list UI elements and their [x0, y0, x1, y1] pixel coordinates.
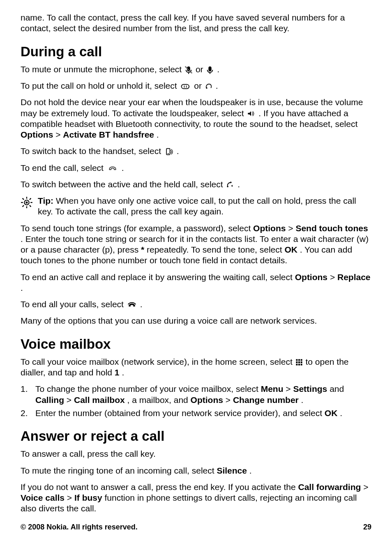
end-all-calls-icon [126, 300, 138, 309]
text: . [340, 408, 342, 418]
network-services-note: Many of the options that you can use dur… [21, 315, 371, 326]
tip-block: Tip: When you have only one active voice… [21, 196, 371, 217]
page-footer: © 2008 Nokia. All rights reserved. 29 [21, 522, 371, 532]
settings-label: Settings [293, 384, 327, 393]
text: To mute or unmute the microphone, select [21, 64, 184, 74]
sep: > [363, 482, 368, 492]
star-key: * [141, 245, 144, 254]
replace-label: Replace [337, 272, 371, 282]
sep: > [226, 395, 233, 405]
list-number: 1. [21, 384, 35, 405]
text: To end all your calls, select [21, 299, 126, 309]
text: . [122, 163, 124, 173]
handset-icon [164, 147, 174, 156]
text: To call your voice mailbox (network serv… [21, 357, 295, 366]
options-label: Options [295, 272, 327, 282]
options-label: Options [191, 395, 223, 405]
heading-answer-reject: Answer or reject a call [21, 428, 371, 444]
text: . [217, 64, 219, 74]
reject-paragraph: If you do not want to answer a call, pre… [21, 482, 371, 514]
call-forwarding-label: Call forwarding [298, 482, 361, 492]
switch-call-paragraph: To switch between the active and the hel… [21, 179, 371, 190]
sep: > [330, 272, 337, 282]
heading-during-a-call: During a call [21, 43, 371, 60]
dialer-icon [295, 358, 303, 366]
list-item: 2. Enter the number (obtained from your … [21, 408, 371, 419]
swap-call-icon [225, 180, 235, 189]
text: To end an active call and replace it by … [21, 272, 295, 282]
page-number: 29 [363, 522, 371, 532]
hold-paragraph: To put the call on hold or unhold it, se… [21, 81, 371, 91]
activate-bt-label: Activate BT handsfree [63, 130, 154, 139]
text: To change the phone number of your voice… [35, 384, 261, 393]
send-touch-tones-label: Send touch tones [295, 223, 368, 233]
ok-label: OK [284, 245, 297, 254]
unhold-icon [204, 82, 213, 91]
text: or [196, 64, 206, 74]
tip-icon [21, 196, 33, 209]
end-call-paragraph: To end the call, select . [21, 163, 371, 173]
replace-call-paragraph: To end an active call and replace it by … [21, 272, 371, 294]
silence-label: Silence [217, 466, 247, 475]
silence-paragraph: To mute the ringing tone of an incoming … [21, 465, 371, 476]
text: . [177, 146, 179, 156]
sep: > [67, 395, 74, 405]
hold-icon [179, 82, 191, 91]
voice-calls-label: Voice calls [21, 493, 65, 502]
text: To switch back to the handset, select [21, 146, 164, 156]
mute-paragraph: To mute or unmute the microphone, select… [21, 64, 371, 75]
text: or [194, 81, 204, 90]
unmute-icon [205, 65, 214, 74]
text: . [157, 130, 159, 139]
text: . [301, 395, 304, 405]
mute-icon [184, 65, 193, 74]
options-label: Options [253, 223, 286, 233]
end-all-paragraph: To end all your calls, select . [21, 299, 371, 310]
list-number: 2. [21, 408, 35, 419]
intro-paragraph: name. To call the contact, press the cal… [21, 12, 371, 34]
text: To send touch tone strings (for example,… [21, 223, 253, 233]
call-mailbox-label: Call mailbox [74, 395, 125, 405]
sep: > [67, 493, 74, 502]
change-number-label: Change number [233, 395, 299, 405]
copyright-text: © 2008 Nokia. All rights reserved. [21, 522, 138, 532]
text: . [140, 299, 143, 309]
ok-label: OK [325, 408, 338, 418]
text: To put the call on hold or unhold it, se… [21, 81, 179, 90]
options-label: Options [21, 130, 53, 139]
text: If you do not want to answer a call, pre… [21, 482, 298, 492]
text: To end the call, select [21, 163, 106, 173]
text: To mute the ringing tone of an incoming … [21, 466, 217, 475]
calling-label: Calling [35, 395, 64, 405]
text: . [21, 283, 23, 292]
menu-label: Menu [261, 384, 284, 393]
sep: > [288, 223, 295, 233]
heading-voice-mailbox: Voice mailbox [21, 336, 371, 352]
list-item: 1. To change the phone number of your vo… [21, 384, 371, 405]
handset-paragraph: To switch back to the handset, select . [21, 146, 371, 156]
sep: > [55, 130, 63, 139]
voicemail-intro: To call your voice mailbox (network serv… [21, 357, 371, 378]
tip-label: Tip: [38, 196, 53, 205]
text: To switch between the active and the hel… [21, 179, 225, 189]
tip-body: When you have only one active voice call… [38, 196, 356, 216]
sep: > [286, 384, 293, 393]
loudspeaker-paragraph: Do not hold the device near your ear whe… [21, 97, 371, 140]
text: . [238, 179, 240, 189]
key-1: 1 [115, 368, 120, 377]
end-call-icon [106, 164, 119, 173]
touch-tones-paragraph: To send touch tone strings (for example,… [21, 223, 371, 266]
answer-paragraph: To answer a call, press the call key. [21, 449, 371, 459]
text: . [216, 81, 218, 90]
text: repeatedly. To send the tone, select [147, 245, 284, 254]
text: . [249, 466, 252, 475]
text: and [330, 384, 344, 393]
text: Enter the number (obtained from your net… [35, 408, 325, 418]
loudspeaker-icon [246, 110, 256, 118]
text: . [122, 368, 124, 377]
if-busy-label: If busy [74, 493, 102, 502]
text: , a mailbox, and [127, 395, 191, 405]
